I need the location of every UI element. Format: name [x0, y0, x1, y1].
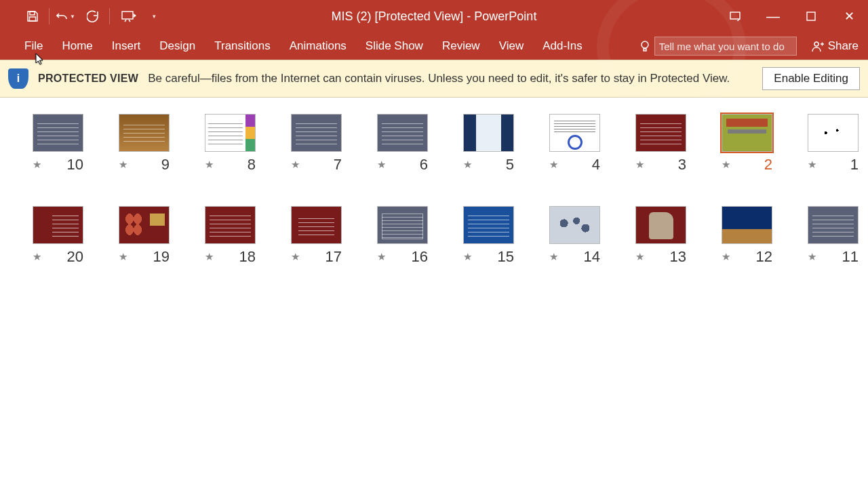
slide-thumb[interactable] [205, 206, 256, 244]
start-from-beginning-button[interactable] [113, 0, 145, 33]
slide-thumb[interactable] [33, 206, 83, 244]
slide-thumbnail-19[interactable]: ★19 [119, 206, 170, 266]
save-button[interactable] [19, 0, 46, 33]
svg-point-6 [814, 42, 818, 46]
slide-number: 9 [161, 156, 170, 174]
slide-sorter-view[interactable]: ★1★2★3★4★5★6★7★8★9★10★11★12★13★14★15★16★… [0, 98, 868, 488]
close-button[interactable]: ✕ [830, 0, 868, 33]
tab-animations[interactable]: Animations [280, 33, 356, 60]
slide-number: 8 [248, 156, 256, 174]
tab-slide-show[interactable]: Slide Show [356, 33, 433, 60]
restore-icon [806, 12, 816, 21]
svg-rect-3 [730, 12, 740, 19]
quick-access-toolbar: ▼ ▾ [0, 0, 161, 33]
slide-thumb[interactable] [549, 206, 600, 244]
slide-thumb[interactable] [635, 114, 686, 152]
slide-thumb[interactable] [291, 114, 342, 152]
slide-thumbnail-12[interactable]: ★12 [722, 206, 772, 266]
tell-me-input[interactable] [654, 37, 797, 56]
tab-transitions[interactable]: Transitions [205, 33, 280, 60]
slide-thumbnail-3[interactable]: ★3 [635, 114, 686, 174]
slide-meta: ★15 [463, 248, 514, 266]
slide-meta: ★9 [119, 156, 170, 174]
slide-thumb[interactable] [291, 206, 342, 244]
slide-thumb[interactable] [722, 206, 772, 244]
transition-star-icon: ★ [808, 251, 816, 263]
slide-thumb[interactable] [33, 114, 83, 152]
share-button[interactable]: Share [802, 33, 868, 60]
slide-number: 5 [506, 156, 514, 174]
slide-meta: ★6 [377, 156, 428, 174]
slide-thumbnail-8[interactable]: ★8 [205, 114, 256, 174]
tab-add-ins[interactable]: Add-Ins [533, 33, 592, 60]
slide-thumbnail-7[interactable]: ★7 [291, 114, 342, 174]
tab-file[interactable]: File [15, 33, 52, 60]
slide-meta: ★17 [291, 248, 342, 266]
slide-thumbnail-17[interactable]: ★17 [291, 206, 342, 266]
tab-home[interactable]: Home [52, 33, 102, 60]
slide-thumbnail-18[interactable]: ★18 [205, 206, 256, 266]
slide-number: 11 [842, 248, 859, 266]
slide-thumb[interactable] [377, 114, 428, 152]
ribbon-tabs: File Home Insert Design Transitions Anim… [0, 33, 868, 60]
slide-thumbnail-10[interactable]: ★10 [33, 114, 83, 174]
lightbulb-icon [639, 40, 650, 52]
tab-view[interactable]: View [490, 33, 534, 60]
slide-thumbnail-11[interactable]: ★11 [808, 206, 859, 266]
slide-number: 20 [67, 248, 83, 266]
slide-thumb[interactable] [722, 114, 772, 152]
slide-thumb[interactable] [205, 114, 256, 152]
slide-meta: ★11 [808, 248, 859, 266]
slide-thumb[interactable] [119, 206, 170, 244]
protected-view-badge: PROTECTED VIEW [38, 73, 138, 85]
svg-point-5 [642, 41, 648, 48]
window-controls: — ✕ [716, 0, 868, 33]
share-person-icon [812, 40, 824, 52]
transition-star-icon: ★ [119, 251, 127, 263]
share-label: Share [828, 39, 859, 53]
present-icon [121, 10, 136, 22]
slide-thumbnail-20[interactable]: ★20 [33, 206, 83, 266]
transition-star-icon: ★ [635, 251, 644, 263]
slide-number: 10 [67, 156, 83, 174]
separator [109, 8, 110, 24]
title-bar: ▼ ▾ MIS (2) [Protected View] - PowerPoin… [0, 0, 868, 33]
tab-insert[interactable]: Insert [102, 33, 151, 60]
slide-meta: ★10 [33, 156, 83, 174]
enable-editing-button[interactable]: Enable Editing [762, 67, 860, 90]
slide-meta: ★14 [549, 248, 600, 266]
transition-star-icon: ★ [808, 159, 816, 171]
slide-thumbnail-9[interactable]: ★9 [119, 114, 170, 174]
slide-thumbnail-5[interactable]: ★5 [463, 114, 514, 174]
redo-button[interactable] [79, 0, 106, 33]
restore-button[interactable] [792, 0, 830, 33]
ribbon-display-options-button[interactable] [716, 0, 754, 33]
slide-thumb[interactable] [635, 206, 686, 244]
transition-star-icon: ★ [722, 159, 730, 171]
slide-thumb[interactable] [463, 114, 514, 152]
tab-design[interactable]: Design [150, 33, 205, 60]
slide-meta: ★20 [33, 248, 83, 266]
slide-thumbnail-6[interactable]: ★6 [377, 114, 428, 174]
slide-thumb[interactable] [377, 206, 428, 244]
slide-number: 14 [584, 248, 600, 266]
tab-review[interactable]: Review [433, 33, 490, 60]
slide-thumbnail-4[interactable]: ★4 [549, 114, 600, 174]
slide-thumbnail-1[interactable]: ★1 [808, 114, 859, 174]
transition-star-icon: ★ [33, 251, 41, 263]
slide-thumb[interactable] [808, 206, 859, 244]
customize-qat-button[interactable]: ▾ [145, 0, 161, 33]
undo-button[interactable]: ▼ [52, 0, 79, 33]
slide-thumb[interactable] [808, 114, 859, 152]
slide-thumb[interactable] [119, 114, 170, 152]
minimize-button[interactable]: — [754, 0, 792, 33]
slide-thumbnail-14[interactable]: ★14 [549, 206, 600, 266]
slide-thumbnail-15[interactable]: ★15 [463, 206, 514, 266]
slide-thumb[interactable] [549, 114, 600, 152]
slide-thumbnail-2[interactable]: ★2 [722, 114, 772, 174]
slide-thumbnail-16[interactable]: ★16 [377, 206, 428, 266]
slide-thumb[interactable] [463, 206, 514, 244]
slide-meta: ★5 [463, 156, 514, 174]
transition-star-icon: ★ [549, 159, 558, 171]
slide-thumbnail-13[interactable]: ★13 [635, 206, 686, 266]
